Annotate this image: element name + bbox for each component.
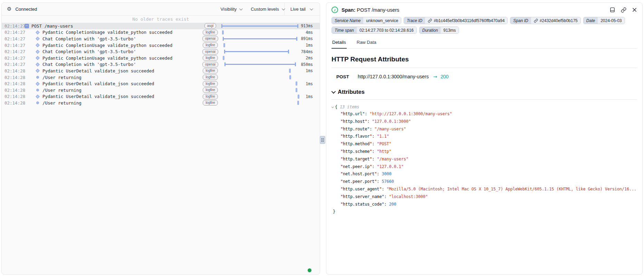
trace-tag: asgi [204, 23, 216, 29]
trace-tag: logfire [203, 68, 218, 73]
divider [331, 99, 637, 100]
http-status-code: 200 [441, 74, 449, 79]
visibility-dropdown[interactable]: Visibility [221, 3, 242, 15]
attributes-json-viewer: { 13 items "http.url": "http://127.0.0.1… [331, 103, 637, 216]
trace-tag: openai [202, 62, 218, 67]
json-key: "http.host": [340, 119, 369, 124]
json-key: "http.status_code": [340, 202, 386, 207]
span-kind-label: Span: [342, 7, 355, 13]
trace-row[interactable]: 02:14:27 Chat Completion with 'gpt-3.5-t… [2, 48, 320, 55]
trace-duration: 1ms [298, 43, 320, 48]
section-title: HTTP Request Attributes [331, 56, 637, 63]
trace-row[interactable]: 02:14:28 Pydantic UserDetail validate_js… [2, 93, 320, 100]
json-entry: "http.scheme": "http" [331, 148, 637, 156]
trace-tag: logfire [203, 100, 218, 106]
trace-label: POST /many-users [31, 23, 201, 29]
attributes-section-toggle[interactable]: Attributes [331, 89, 637, 95]
trace-row[interactable]: 02:14:27 Pydantic CompletionUsage valida… [2, 42, 320, 49]
custom-levels-dropdown[interactable]: Custom levels [251, 3, 284, 15]
http-request-summary: POST http://127.0.0.1:3000/many-users → … [331, 74, 637, 79]
json-key: "http.server_name": [340, 194, 386, 199]
info-level-icon: i [331, 7, 338, 13]
chevron-down-icon [331, 106, 334, 108]
live-indicator-dot [308, 268, 311, 272]
trace-timestamp: 02:14:28 [2, 81, 23, 86]
collapse-square-icon[interactable] [25, 24, 29, 28]
trace-duration: 891ms [298, 36, 320, 41]
trace-row[interactable]: 02:14:28 Pydantic UserDetail validate_js… [2, 80, 320, 87]
span-details-panel: i Span: POST /many-users Service Name un… [326, 2, 643, 275]
trace-tag: logfire [203, 30, 218, 35]
trace-row[interactable]: 02:14:27 Pydantic CompletionUsage valida… [2, 29, 320, 36]
trace-timeline [221, 80, 298, 87]
trace-row[interactable]: 02:14:28 /User returning logfire [2, 87, 320, 93]
link-icon[interactable] [621, 7, 626, 13]
chevron-down-icon [239, 7, 243, 10]
badge-time-span: Time span 02:14:27.703 to 02:14:28.616 [331, 27, 417, 34]
trace-label: Pydantic CompletionUsage validate_python… [42, 56, 201, 61]
diamond-icon [36, 37, 39, 41]
open-brace: { [335, 103, 337, 110]
json-value: "127.0.0.1" [377, 164, 403, 169]
close-icon[interactable] [632, 8, 637, 12]
diamond-icon [36, 82, 39, 86]
event-marker-bar [289, 75, 291, 79]
json-key: "http.user_agent": [340, 187, 384, 191]
trace-row[interactable]: 02:14:28 /User returning logfire [2, 100, 320, 106]
trace-timeline [221, 48, 298, 55]
trace-list-header: ⚙ Connected Visibility Custom levels Liv… [2, 3, 320, 16]
connection-status: Connected [15, 7, 37, 12]
trace-duration: 2ms [298, 56, 320, 60]
details-tabs: Details Raw Data [331, 38, 637, 49]
settings-gear-icon[interactable]: ⚙ [7, 7, 11, 12]
json-value: 200 [389, 202, 396, 207]
tab-raw-data[interactable]: Raw Data [356, 38, 377, 48]
trace-row-root-span[interactable]: 02:14:27 POST /many-users asgi 913ms [2, 23, 320, 29]
dock-panel-icon[interactable] [610, 7, 615, 12]
json-key: "http.method": [340, 141, 374, 146]
span-duration-bar [223, 37, 297, 41]
span-title: Span: POST /many-users [342, 7, 399, 13]
trace-row[interactable]: 02:14:28 /User returning logfire [2, 74, 320, 81]
trace-timestamp: 02:14:28 [2, 88, 23, 93]
json-entry: "http.flavor": "1.1" [331, 133, 637, 140]
json-key: "http.scheme": [340, 149, 374, 154]
span-metadata-badges: Service Name unknown_service Trace ID #b… [326, 16, 642, 34]
trace-timeline [221, 61, 298, 68]
json-entry: "http.url": "http://127.0.0.1:3000/many-… [331, 110, 637, 118]
close-brace: } [331, 208, 637, 216]
event-marker-bar [298, 95, 299, 99]
chevron-down-icon [331, 89, 336, 94]
tab-details[interactable]: Details [331, 38, 347, 49]
trace-label: Pydantic UserDetail validate_json succee… [42, 68, 201, 73]
trace-row[interactable]: 02:14:27 Chat Completion with 'gpt-3.5-t… [2, 61, 320, 68]
trace-timeline [221, 68, 298, 74]
json-entry: "http.server_name": "localhost:3000" [331, 193, 637, 201]
trace-row[interactable]: 02:14:27 Chat Completion with 'gpt-3.5-t… [2, 36, 320, 42]
span-details-header: i Span: POST /many-users [326, 3, 642, 16]
live-tail-dropdown[interactable]: Live tail [284, 3, 320, 15]
trace-duration: 1ms [298, 68, 320, 73]
trace-label: /User returning [42, 88, 201, 93]
json-entry: "http.method": "POST" [331, 140, 637, 148]
trace-row[interactable]: 02:14:27 Pydantic CompletionUsage valida… [2, 55, 320, 61]
trace-timestamp: 02:14:27 [2, 30, 23, 35]
badge-duration: Duration 913ms [419, 27, 459, 34]
event-marker-bar [296, 81, 297, 86]
trace-tag: openai [202, 49, 218, 55]
json-value: "1.1" [377, 134, 389, 139]
trace-timestamp: 02:14:27 [2, 62, 23, 67]
json-open-line[interactable]: { 13 items [331, 103, 637, 110]
badge-span-id[interactable]: Span ID #2432d40ef5b0b175 [510, 17, 580, 24]
trace-row[interactable]: 02:14:28 Pydantic UserDetail validate_js… [2, 68, 320, 74]
panel-resize-handle[interactable] [320, 136, 325, 144]
badge-value: 913ms [441, 27, 459, 33]
diamond-icon [36, 62, 39, 66]
trace-label: /User returning [42, 75, 201, 80]
trace-timeline [221, 36, 298, 42]
trace-duration: 784ms [298, 49, 320, 54]
json-key: "http.url": [340, 111, 367, 116]
badge-trace-id[interactable]: Trace ID #b1c445ef3b0b43116df5760ffb470a… [404, 17, 508, 24]
trace-timestamp: 02:14:28 [2, 94, 23, 99]
trace-duration: 4ms [298, 30, 320, 35]
